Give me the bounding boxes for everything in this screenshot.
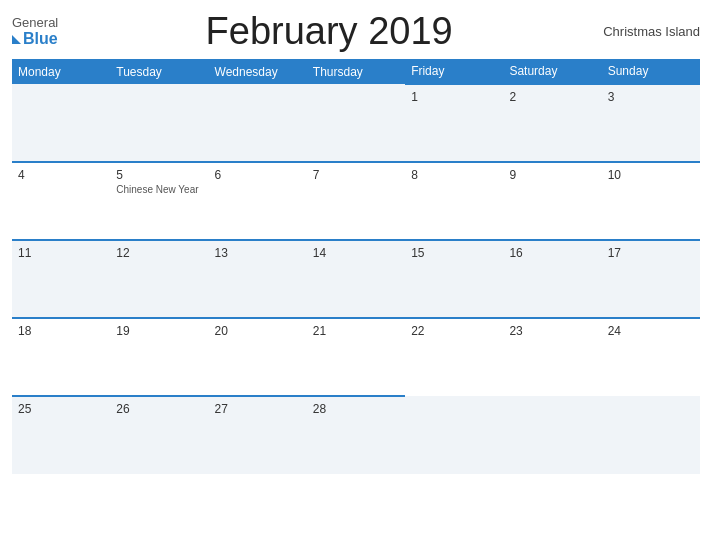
calendar-cell: 11 (12, 240, 110, 318)
calendar-cell: 22 (405, 318, 503, 396)
calendar-wrapper: General Blue February 2019 Christmas Isl… (0, 0, 712, 550)
day-number: 18 (18, 324, 104, 338)
calendar-week-row: 18192021222324 (12, 318, 700, 396)
calendar-cell (503, 396, 601, 474)
calendar-cell: 9 (503, 162, 601, 240)
day-number: 21 (313, 324, 399, 338)
event-label: Chinese New Year (116, 184, 202, 195)
calendar-cell (209, 84, 307, 162)
calendar-cell (110, 84, 208, 162)
header-monday: Monday (12, 59, 110, 84)
calendar-cell (12, 84, 110, 162)
weekday-header-row: Monday Tuesday Wednesday Thursday Friday… (12, 59, 700, 84)
calendar-cell (307, 84, 405, 162)
region-label: Christmas Island (600, 24, 700, 39)
day-number: 5 (116, 168, 202, 182)
calendar-cell: 6 (209, 162, 307, 240)
calendar-cell: 26 (110, 396, 208, 474)
logo-triangle-icon (12, 35, 21, 44)
header-thursday: Thursday (307, 59, 405, 84)
header-tuesday: Tuesday (110, 59, 208, 84)
day-number: 9 (509, 168, 595, 182)
day-number: 4 (18, 168, 104, 182)
calendar-header: General Blue February 2019 Christmas Isl… (12, 10, 700, 53)
calendar-cell: 3 (602, 84, 700, 162)
calendar-cell: 1 (405, 84, 503, 162)
calendar-cell: 24 (602, 318, 700, 396)
calendar-cell (405, 396, 503, 474)
day-number: 15 (411, 246, 497, 260)
calendar-cell: 17 (602, 240, 700, 318)
header-saturday: Saturday (503, 59, 601, 84)
calendar-week-row: 25262728 (12, 396, 700, 474)
calendar-table: Monday Tuesday Wednesday Thursday Friday… (12, 59, 700, 474)
day-number: 26 (116, 402, 202, 416)
calendar-cell: 21 (307, 318, 405, 396)
day-number: 2 (509, 90, 595, 104)
calendar-cell: 5Chinese New Year (110, 162, 208, 240)
calendar-cell: 4 (12, 162, 110, 240)
calendar-cell: 12 (110, 240, 208, 318)
day-number: 10 (608, 168, 694, 182)
day-number: 19 (116, 324, 202, 338)
calendar-cell: 14 (307, 240, 405, 318)
day-number: 12 (116, 246, 202, 260)
calendar-week-row: 11121314151617 (12, 240, 700, 318)
calendar-week-row: 45Chinese New Year678910 (12, 162, 700, 240)
calendar-cell: 18 (12, 318, 110, 396)
day-number: 20 (215, 324, 301, 338)
header-sunday: Sunday (602, 59, 700, 84)
calendar-cell: 23 (503, 318, 601, 396)
day-number: 8 (411, 168, 497, 182)
day-number: 6 (215, 168, 301, 182)
calendar-cell: 19 (110, 318, 208, 396)
day-number: 25 (18, 402, 104, 416)
calendar-cell: 10 (602, 162, 700, 240)
calendar-cell: 15 (405, 240, 503, 318)
calendar-cell: 16 (503, 240, 601, 318)
logo-blue-text: Blue (12, 30, 58, 48)
header-wednesday: Wednesday (209, 59, 307, 84)
calendar-cell: 25 (12, 396, 110, 474)
calendar-cell: 7 (307, 162, 405, 240)
logo-general-text: General (12, 15, 58, 30)
day-number: 13 (215, 246, 301, 260)
day-number: 27 (215, 402, 301, 416)
calendar-cell: 2 (503, 84, 601, 162)
day-number: 17 (608, 246, 694, 260)
day-number: 28 (313, 402, 399, 416)
day-number: 22 (411, 324, 497, 338)
logo: General Blue (12, 15, 58, 48)
calendar-cell: 13 (209, 240, 307, 318)
header-friday: Friday (405, 59, 503, 84)
calendar-cell: 8 (405, 162, 503, 240)
calendar-cell (602, 396, 700, 474)
day-number: 16 (509, 246, 595, 260)
day-number: 3 (608, 90, 694, 104)
day-number: 23 (509, 324, 595, 338)
calendar-week-row: 123 (12, 84, 700, 162)
day-number: 24 (608, 324, 694, 338)
day-number: 7 (313, 168, 399, 182)
day-number: 11 (18, 246, 104, 260)
calendar-cell: 20 (209, 318, 307, 396)
calendar-cell: 27 (209, 396, 307, 474)
calendar-title: February 2019 (58, 10, 600, 53)
calendar-cell: 28 (307, 396, 405, 474)
day-number: 14 (313, 246, 399, 260)
day-number: 1 (411, 90, 497, 104)
